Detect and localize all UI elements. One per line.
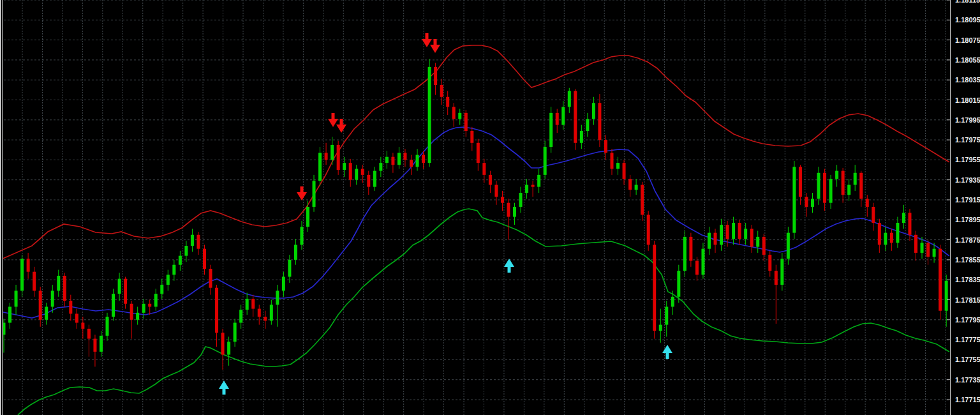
candle-body [416, 155, 419, 167]
candle-body [939, 249, 942, 311]
candle-body [87, 329, 91, 339]
candle-body [172, 265, 175, 275]
price-label: 1.17815 [955, 296, 980, 304]
candle-body [714, 233, 717, 245]
candle-body [142, 304, 145, 313]
candle-body [623, 163, 626, 179]
candle-body [537, 175, 540, 187]
candle-body [154, 294, 158, 306]
price-label: 1.17855 [955, 256, 980, 264]
price-label: 1.17975 [955, 136, 980, 144]
candle-body [81, 322, 84, 328]
candle-body [811, 199, 814, 207]
price-label: 1.18055 [955, 56, 980, 64]
candle-body [385, 157, 389, 163]
candle-body [39, 290, 42, 319]
price-label: 1.17875 [955, 236, 980, 244]
candle-body [93, 339, 96, 352]
candle-body [544, 147, 547, 175]
candle-body [203, 249, 206, 269]
candle-body [397, 153, 401, 165]
candle-body [568, 91, 571, 107]
price-label: 1.18095 [955, 16, 980, 24]
candle-body [604, 140, 607, 153]
candle-body [835, 171, 838, 179]
candle-body [234, 322, 237, 342]
candle-body [732, 223, 735, 239]
candle-body [926, 243, 930, 257]
candle-body [160, 285, 163, 294]
price-label: 1.18115 [955, 0, 980, 4]
candle-body [866, 199, 869, 207]
candle-body [489, 175, 492, 185]
sell-arrow [297, 186, 307, 200]
candle-body [227, 342, 230, 354]
candle-body [282, 277, 285, 291]
candle-body [750, 229, 754, 246]
candle-body [525, 185, 528, 193]
candle-body [258, 309, 261, 317]
candle-body [701, 249, 704, 275]
candle-body [288, 260, 291, 277]
candle-body [695, 260, 699, 275]
candle-body [45, 306, 48, 319]
price-axis[interactable]: 1.181151.180951.180751.180551.180351.180… [947, 0, 980, 415]
candle-body [343, 163, 346, 170]
candle-body [136, 313, 139, 320]
candle-body [531, 185, 535, 187]
candle-body [817, 173, 820, 199]
candle-body [671, 297, 674, 307]
candle-body [112, 294, 115, 317]
candle-body [933, 249, 936, 257]
price-label: 1.17995 [955, 116, 980, 124]
candle-body [556, 113, 559, 125]
candle-body [635, 185, 638, 190]
candle-body [708, 233, 711, 249]
candle-body [8, 306, 11, 322]
price-label: 1.17935 [955, 176, 980, 184]
candle-body [775, 271, 778, 285]
candle-body [665, 306, 668, 324]
candle-body [33, 272, 36, 291]
price-label: 1.17755 [955, 356, 980, 363]
candle-body [391, 157, 394, 165]
price-label: 1.18075 [955, 36, 980, 44]
candle-body [574, 91, 577, 142]
candle-body [69, 301, 72, 313]
candle-body [519, 193, 523, 207]
candle-body [464, 113, 468, 131]
candle-body [428, 67, 431, 163]
price-label: 1.17775 [955, 336, 980, 343]
candle-body [325, 153, 328, 160]
candle-body [27, 259, 30, 271]
chart-window: 1.181151.180951.180751.180551.180351.180… [0, 0, 980, 415]
candle-body [15, 290, 18, 306]
candle-body [823, 173, 826, 203]
candle-body [683, 237, 687, 271]
buy-arrow [504, 259, 514, 273]
candle-body [251, 299, 255, 309]
candle-body [945, 281, 948, 311]
candle-body [854, 173, 857, 185]
candle-body [914, 235, 917, 253]
candle-body [330, 145, 334, 160]
candle-body [842, 171, 845, 195]
candle-body [762, 237, 766, 255]
candle-body [616, 163, 620, 169]
candle-body [276, 290, 279, 305]
candle-body [507, 203, 510, 217]
candle-body [561, 107, 565, 124]
candle-body [641, 185, 644, 215]
candle-body [440, 85, 443, 97]
window-left-border [0, 0, 3, 415]
candle-body [653, 245, 656, 331]
candle-body [884, 233, 887, 245]
candle-body [51, 290, 54, 306]
candle-body [294, 245, 297, 259]
price-chart[interactable]: 1.181151.180951.180751.180551.180351.180… [0, 0, 980, 415]
candle-body [628, 179, 632, 190]
candle-body [921, 243, 924, 253]
candle-body [410, 160, 413, 167]
candle-body [100, 336, 103, 352]
candle-body [859, 173, 863, 199]
